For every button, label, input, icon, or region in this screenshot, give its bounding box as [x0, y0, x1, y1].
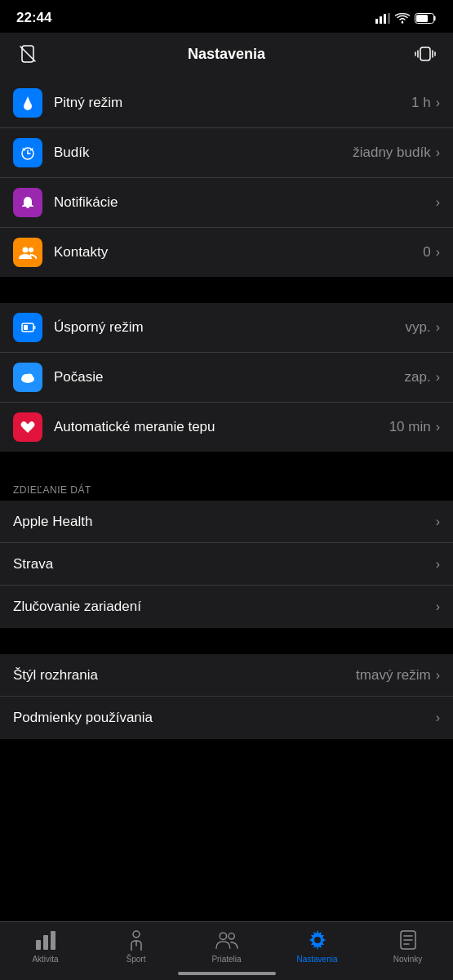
vibrate-icon[interactable] — [411, 39, 440, 69]
row-label-meranie: Automatické meranie tepu — [54, 419, 389, 435]
svg-rect-2 — [384, 14, 386, 24]
svg-point-33 — [220, 933, 226, 939]
chevron-zlucovanie: › — [436, 599, 440, 614]
label-apple-health: Apple Health — [13, 514, 436, 530]
tab-icon-sport — [125, 929, 148, 951]
section-gap-1 — [0, 278, 453, 303]
section-basic: Pitný režim 1 h › Budík žiadny budík › — [0, 78, 453, 277]
tab-label-sport: Šport — [127, 955, 146, 964]
row-strava[interactable]: Strava › — [0, 543, 453, 586]
chevron-pitny: › — [436, 96, 440, 110]
row-value-usporny: vyp. — [405, 319, 430, 336]
status-bar: 22:44 — [0, 0, 453, 33]
label-styl: Štýl rozhrania — [13, 667, 356, 684]
row-value-budik: žiadny budík — [353, 145, 430, 161]
section-gap-2 — [0, 453, 453, 478]
row-usporny[interactable]: Úsporný režim vyp. › — [0, 303, 453, 353]
home-indicator — [178, 972, 276, 975]
row-podmienky[interactable]: Podmienky používania › — [0, 697, 453, 739]
row-kontakty[interactable]: Kontakty 0 › — [0, 228, 453, 277]
row-label-pocasie: Počasie — [54, 369, 405, 385]
row-label-pitny: Pitný režim — [54, 95, 411, 111]
row-icon-meranie — [13, 412, 42, 442]
row-zlucovanie[interactable]: Zlučovanie zariadení › — [0, 586, 453, 628]
row-styl[interactable]: Štýl rozhrania tmavý režim › — [0, 654, 453, 697]
row-apple-health[interactable]: Apple Health › — [0, 501, 453, 543]
label-podmienky: Podmienky používania — [13, 710, 436, 726]
row-label-usporny: Úsporný režim — [54, 319, 405, 336]
tab-label-aktivita: Aktivita — [32, 955, 58, 964]
row-value-pocasie: zap. — [405, 369, 431, 385]
chevron-notifikacie: › — [436, 195, 440, 210]
tab-label-novinky: Novinky — [393, 955, 423, 964]
tab-label-nastavenia: Nastavenia — [296, 955, 337, 964]
row-pitny[interactable]: Pitný režim 1 h › — [0, 78, 453, 128]
chevron-podmienky: › — [436, 710, 440, 725]
row-budik[interactable]: Budík žiadny budík › — [0, 128, 453, 178]
tab-nastavenia[interactable]: Nastavenia — [272, 929, 362, 964]
nav-title: Nastavenia — [188, 46, 265, 63]
row-notifikacie[interactable]: Notifikácie › — [0, 178, 453, 228]
section-data-sharing: ZDIEĽANIE DÁT Apple Health › Strava › Zl… — [0, 478, 453, 628]
section-sharing-rows: Apple Health › Strava › Zlučovanie zaria… — [0, 501, 453, 628]
section-header-data: ZDIEĽANIE DÁT — [0, 478, 453, 501]
chevron-strava: › — [436, 557, 440, 572]
tab-sport[interactable]: Šport — [91, 929, 181, 964]
tab-icon-novinky — [397, 929, 420, 951]
svg-point-36 — [314, 937, 321, 943]
nav-back-icon[interactable] — [13, 39, 42, 69]
tab-label-priatelia: Priatelia — [211, 955, 241, 964]
tab-aktivita[interactable]: Aktivita — [0, 929, 91, 964]
chevron-styl: › — [436, 668, 440, 683]
section-gap-3 — [0, 630, 453, 654]
row-pocasie[interactable]: Počasie zap. › — [0, 353, 453, 403]
svg-rect-22 — [24, 325, 28, 330]
section-modes: Úsporný režim vyp. › Počasie zap. › — [0, 303, 453, 452]
row-value-kontakty: 0 — [423, 244, 430, 261]
svg-rect-28 — [36, 940, 41, 950]
battery-icon — [415, 13, 437, 24]
svg-point-20 — [29, 247, 33, 252]
tab-icon-aktivita — [34, 929, 57, 951]
wifi-icon — [395, 13, 410, 24]
svg-rect-30 — [51, 931, 56, 950]
tab-icon-priatelia — [215, 929, 238, 951]
svg-rect-6 — [416, 15, 428, 22]
chevron-meranie: › — [436, 420, 440, 434]
svg-rect-9 — [420, 47, 430, 60]
row-icon-budik — [13, 138, 42, 167]
svg-point-19 — [23, 247, 29, 253]
nav-bar: Nastavenia — [0, 33, 453, 78]
row-meranie[interactable]: Automatické meranie tepu 10 min › — [0, 403, 453, 452]
svg-point-27 — [26, 374, 33, 380]
chevron-usporny: › — [436, 320, 440, 335]
row-label-kontakty: Kontakty — [54, 244, 423, 261]
label-zlucovanie: Zlučovanie zariadení — [13, 599, 436, 615]
svg-rect-3 — [388, 13, 390, 24]
chevron-kontakty: › — [436, 245, 440, 260]
chevron-apple-health: › — [436, 514, 440, 529]
row-value-pitny: 1 h — [411, 95, 431, 111]
row-icon-usporny — [13, 313, 42, 342]
svg-rect-29 — [43, 935, 48, 950]
svg-point-31 — [133, 931, 140, 938]
signal-icon — [375, 13, 390, 24]
tab-priatelia[interactable]: Priatelia — [181, 929, 272, 964]
row-label-notifikacie: Notifikácie — [54, 194, 431, 211]
label-strava: Strava — [13, 556, 436, 572]
tab-icon-nastavenia — [306, 929, 329, 951]
svg-rect-1 — [380, 16, 382, 24]
svg-point-4 — [402, 21, 404, 24]
tab-novinky[interactable]: Novinky — [362, 929, 453, 964]
value-styl: tmavý režim — [356, 667, 431, 684]
row-icon-pocasie — [13, 363, 42, 392]
main-content: Pitný režim 1 h › Budík žiadny budík › — [0, 78, 453, 814]
row-icon-kontakty — [13, 238, 42, 267]
row-icon-pitny — [13, 88, 42, 118]
chevron-pocasie: › — [436, 370, 440, 385]
status-icons — [375, 13, 437, 24]
section-interface: Štýl rozhrania tmavý režim › Podmienky p… — [0, 654, 453, 739]
svg-point-34 — [228, 933, 233, 939]
row-icon-notifikacie — [13, 188, 42, 217]
svg-rect-0 — [375, 19, 378, 24]
